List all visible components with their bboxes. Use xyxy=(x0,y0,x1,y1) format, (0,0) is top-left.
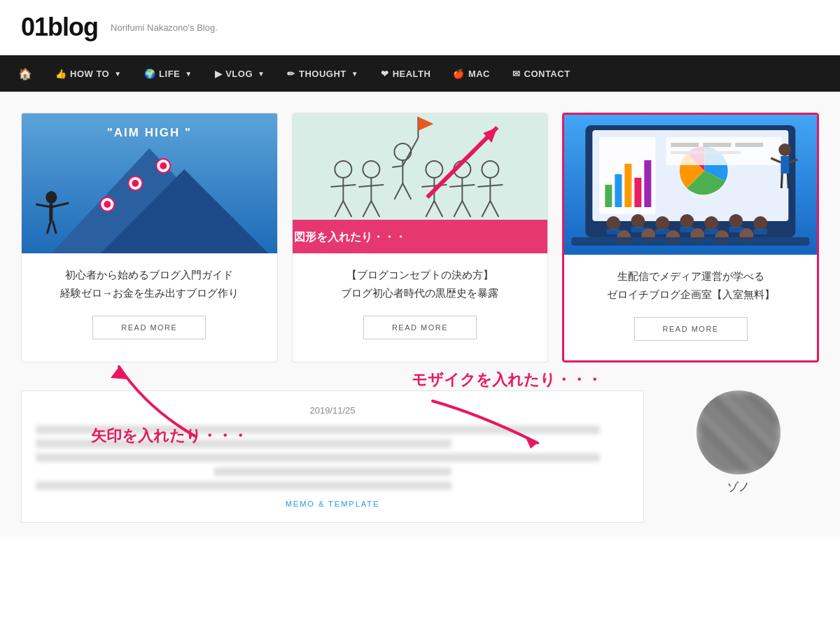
main-content: "AIM HIGH " xyxy=(0,92,840,537)
svg-rect-60 xyxy=(635,178,642,207)
svg-point-77 xyxy=(680,214,694,228)
svg-point-78 xyxy=(705,216,719,230)
svg-point-80 xyxy=(754,216,768,230)
svg-point-68 xyxy=(779,143,792,156)
svg-rect-89 xyxy=(656,229,670,234)
blurred-text-5 xyxy=(36,481,451,490)
nav-home[interactable]: 🏠 xyxy=(7,55,44,92)
svg-point-76 xyxy=(656,216,670,230)
svg-rect-93 xyxy=(754,229,768,234)
svg-rect-90 xyxy=(680,227,694,232)
svg-point-74 xyxy=(607,216,621,230)
post-date: 2019/11/25 xyxy=(36,405,629,416)
author-name: ゾノ xyxy=(727,480,750,495)
cards-row: "AIM HIGH " xyxy=(21,113,819,362)
card2-svg: 図形を入れたり・・・ xyxy=(293,113,548,253)
classroom-svg xyxy=(564,115,817,255)
card-3-title: 生配信でメディア運営が学べる ゼロイチブログ企画室【入室無料】 xyxy=(577,267,804,303)
site-header: 01blog Norifumi Nakazono's Blog. xyxy=(0,0,840,55)
globe-icon: 🌍 xyxy=(144,69,156,79)
avatar-mosaic-effect xyxy=(696,390,780,474)
blurred-text-1 xyxy=(36,425,600,434)
main-nav: 🏠 👍 HOW TO ▼ 🌍 LIFE ▼ ▶ VLOG ▼ ✏ THOUGHT… xyxy=(0,55,840,92)
nav-contact[interactable]: ✉ CONTACT xyxy=(501,55,582,92)
card-1-body: 初心者から始めるブログ入門ガイド 経験ゼロ→お金を生み出すブログ作り READ … xyxy=(22,253,277,359)
svg-rect-87 xyxy=(607,229,621,234)
card-3-image xyxy=(564,115,817,255)
blurred-text-3 xyxy=(36,453,600,462)
aim-high-text: "AIM HIGH " xyxy=(107,126,192,140)
svg-rect-64 xyxy=(671,143,699,147)
svg-point-79 xyxy=(729,214,743,228)
nav-vlog[interactable]: ▶ VLOG ▼ xyxy=(204,55,276,92)
svg-rect-58 xyxy=(615,174,622,207)
svg-rect-59 xyxy=(625,164,632,207)
card-3: 生配信でメディア運営が学べる ゼロイチブログ企画室【入室無料】 READ MOR… xyxy=(562,113,819,362)
svg-rect-57 xyxy=(606,185,612,207)
blurred-text-4 xyxy=(214,467,451,476)
svg-point-6 xyxy=(132,180,139,187)
mosaic-annotation-text: モザイクを入れたり・・・ xyxy=(412,369,602,390)
memo-label[interactable]: MEMO & TEMPLATE xyxy=(36,500,629,508)
dropdown-arrow-icon: ▼ xyxy=(258,70,265,78)
svg-point-9 xyxy=(46,191,57,204)
svg-rect-65 xyxy=(704,143,732,147)
card-2: 図形を入れたり・・・ 【ブログコンセプトの決め方】 ブログ初心者時代の黒歴史を暴… xyxy=(292,113,549,362)
svg-text:図形を入れたり・・・: 図形を入れたり・・・ xyxy=(294,230,406,243)
author-section: ゾノ xyxy=(658,390,819,523)
dropdown-arrow-icon: ▼ xyxy=(185,70,192,78)
nav-life[interactable]: 🌍 LIFE ▼ xyxy=(133,55,204,92)
site-logo[interactable]: 01blog xyxy=(21,13,98,42)
cards-area: "AIM HIGH " xyxy=(21,113,819,362)
card-1-image: "AIM HIGH " xyxy=(22,113,277,253)
svg-point-8 xyxy=(160,162,167,169)
card-3-body: 生配信でメディア運営が学べる ゼロイチブログ企画室【入室無料】 READ MOR… xyxy=(564,255,817,360)
site-tagline: Norifumi Nakazono's Blog. xyxy=(111,22,218,33)
svg-rect-67 xyxy=(671,151,741,154)
svg-rect-92 xyxy=(729,227,743,232)
nav-health[interactable]: ❤ HEALTH xyxy=(370,55,442,92)
dropdown-arrow-icon: ▼ xyxy=(114,70,121,78)
thumbs-up-icon: 👍 xyxy=(55,69,67,79)
svg-rect-88 xyxy=(631,227,645,232)
nav-howto[interactable]: 👍 HOW TO ▼ xyxy=(44,55,133,92)
blurred-text-2 xyxy=(36,439,451,448)
heart-icon: ❤ xyxy=(381,69,389,79)
card-2-body: 【ブログコンセプトの決め方】 ブログ初心者時代の黒歴史を暴露 READ MORE xyxy=(293,253,548,359)
card-3-illustration xyxy=(564,115,817,255)
svg-rect-66 xyxy=(736,143,764,147)
bottom-section: 2019/11/25 MEMO & TEMPLATE ゾノ xyxy=(21,390,819,523)
card-1: "AIM HIGH " xyxy=(21,113,278,362)
apple-icon: 🍎 xyxy=(453,69,465,79)
nav-thought[interactable]: ✏ THOUGHT ▼ xyxy=(276,55,370,92)
card-2-title: 【ブログコンセプトの決め方】 ブログ初心者時代の黒歴史を暴露 xyxy=(305,266,536,302)
pencil-icon: ✏ xyxy=(287,69,295,79)
nav-mac[interactable]: 🍎 MAC xyxy=(442,55,501,92)
svg-line-72 xyxy=(782,174,783,188)
svg-rect-69 xyxy=(781,156,790,174)
svg-point-75 xyxy=(631,214,645,228)
card-2-read-more-button[interactable]: READ MORE xyxy=(363,316,477,339)
svg-line-73 xyxy=(788,174,789,188)
bottom-area: モザイクを入れたり・・・ 2019/11/25 MEMO & TEMPLATE xyxy=(21,390,819,523)
play-icon: ▶ xyxy=(215,69,223,79)
svg-rect-61 xyxy=(645,160,652,207)
svg-point-4 xyxy=(104,201,111,208)
card-3-read-more-button[interactable]: READ MORE xyxy=(634,317,748,341)
author-avatar xyxy=(696,390,780,474)
post-preview: 2019/11/25 MEMO & TEMPLATE xyxy=(21,390,644,523)
card-1-read-more-button[interactable]: READ MORE xyxy=(92,316,206,339)
dropdown-arrow-icon: ▼ xyxy=(351,70,358,78)
svg-rect-91 xyxy=(705,229,719,234)
svg-marker-95 xyxy=(111,367,127,379)
mail-icon: ✉ xyxy=(512,69,521,79)
card-1-title: 初心者から始めるブログ入門ガイド 経験ゼロ→お金を生み出すブログ作り xyxy=(34,266,265,302)
card-2-image: 図形を入れたり・・・ xyxy=(293,113,548,253)
card-1-illustration: "AIM HIGH " xyxy=(22,113,277,253)
card-2-illustration: 図形を入れたり・・・ xyxy=(293,113,548,253)
svg-rect-94 xyxy=(572,237,810,246)
